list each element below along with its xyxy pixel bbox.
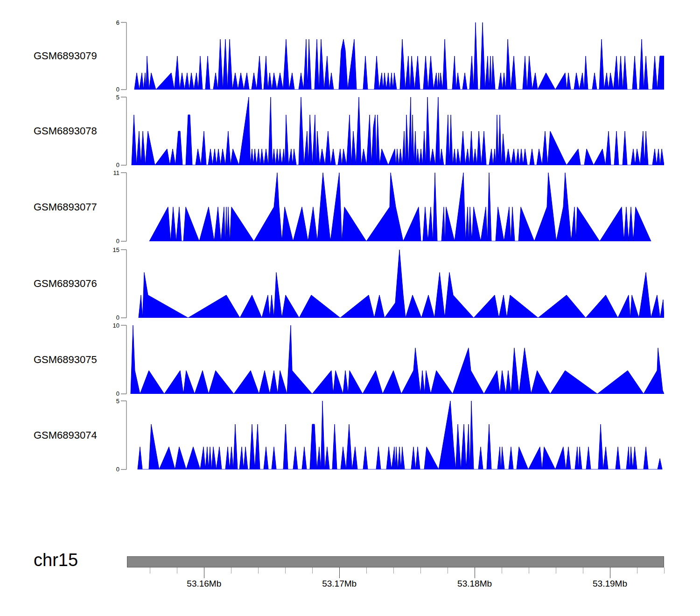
coverage-figure: chr15 GSM6893079 6 0 GSM6893078 5 0 GSM6…: [0, 0, 700, 616]
coverage-polygon-plot: [127, 22, 664, 90]
track-label: GSM6893074: [34, 429, 97, 441]
axis-tick-minor: [393, 567, 394, 574]
axis-tick-minor: [258, 567, 259, 574]
axis-tick-label: 53.16Mb: [187, 579, 221, 589]
track-label: GSM6893078: [34, 125, 97, 137]
axis-tick-minor: [583, 567, 583, 574]
y-axis-bracket: [120, 324, 127, 395]
y-axis-bracket: [120, 96, 127, 166]
y-axis-zero-label: 0: [101, 238, 119, 244]
axis-tick-major: [339, 567, 340, 578]
axis-tick-minor: [556, 567, 556, 574]
axis-tick-label: 53.19Mb: [593, 579, 627, 589]
coverage-polygon: [149, 173, 651, 241]
y-axis-bracket: [120, 21, 127, 91]
y-axis-max-label: 5: [101, 398, 119, 404]
y-axis-max-label: 6: [101, 20, 119, 26]
axis-tick-major: [204, 567, 204, 578]
axis-tick-minor: [285, 567, 286, 574]
genome-axis-bar: [127, 556, 664, 567]
coverage-polygon-plot: [127, 250, 664, 318]
axis-tick-label: 53.17Mb: [322, 579, 357, 589]
y-axis-zero-label: 0: [101, 162, 119, 168]
y-axis-bracket: [120, 400, 127, 470]
track-label: GSM6893075: [34, 354, 97, 366]
axis-tick-minor: [502, 567, 502, 574]
axis-tick-minor: [177, 567, 177, 574]
y-axis-zero-label: 0: [101, 391, 119, 397]
axis-tick-minor: [312, 567, 313, 574]
y-axis-max-label: 10: [101, 322, 119, 329]
axis-tick-minor: [366, 567, 367, 574]
axis-tick-minor: [448, 567, 448, 574]
coverage-polygon: [134, 22, 664, 90]
coverage-polygon: [139, 250, 664, 318]
y-axis-bracket: [120, 172, 127, 242]
axis-tick-minor: [637, 567, 637, 574]
y-axis-zero-label: 0: [101, 86, 119, 92]
y-axis-bracket: [120, 249, 127, 319]
axis-tick-minor: [420, 567, 421, 574]
y-axis-max-label: 5: [101, 94, 119, 100]
track-label: GSM6893077: [34, 201, 97, 213]
axis-tick-minor: [529, 567, 529, 574]
axis-tick-minor: [664, 567, 665, 574]
coverage-polygon-plot: [127, 401, 664, 469]
axis-tick-minor: [150, 567, 150, 574]
axis-tick-major: [610, 567, 610, 578]
y-axis-zero-label: 0: [101, 315, 119, 321]
y-axis-max-label: 15: [101, 247, 119, 253]
track-label: GSM6893076: [34, 278, 97, 290]
axis-tick-minor: [231, 567, 231, 574]
coverage-polygon-plot: [127, 173, 664, 241]
coverage-polygon: [138, 401, 662, 469]
axis-tick-label: 53.18Mb: [457, 579, 492, 589]
coverage-polygon-plot: [127, 97, 664, 165]
chromosome-label: chr15: [34, 550, 78, 570]
coverage-polygon: [132, 97, 664, 165]
y-axis-zero-label: 0: [101, 466, 119, 472]
coverage-polygon-plot: [127, 325, 664, 394]
track-label: GSM6893079: [34, 50, 97, 62]
axis-tick-major: [475, 567, 475, 578]
y-axis-max-label: 11: [101, 170, 119, 176]
coverage-polygon: [131, 325, 664, 394]
